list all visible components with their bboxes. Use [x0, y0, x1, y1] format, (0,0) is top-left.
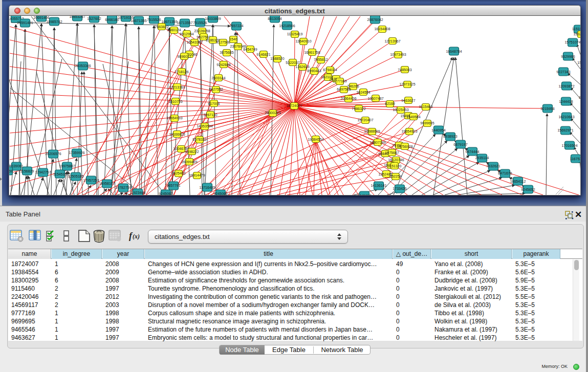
svg-text:10654112: 10654112 [510, 180, 526, 183]
svg-text:1244418: 1244418 [559, 100, 573, 103]
svg-text:9242848: 9242848 [216, 63, 230, 67]
svg-text:17016504: 17016504 [561, 144, 577, 147]
svg-text:8471676: 8471676 [498, 171, 512, 175]
svg-text:19654923: 19654923 [401, 129, 417, 133]
svg-text:7515526: 7515526 [193, 21, 207, 25]
svg-text:16782759: 16782759 [115, 186, 131, 189]
svg-text:18724007: 18724007 [286, 104, 302, 107]
svg-text:8227543: 8227543 [579, 96, 581, 99]
svg-text:9115460: 9115460 [419, 105, 433, 108]
svg-text:417006: 417006 [208, 102, 220, 105]
svg-text:1154519: 1154519 [53, 172, 67, 176]
svg-text:9474444: 9474444 [465, 150, 479, 154]
svg-text:19166825: 19166825 [169, 133, 185, 136]
svg-text:1521850: 1521850 [577, 61, 581, 64]
svg-text:19756928: 19756928 [397, 145, 412, 148]
svg-text:7955812: 7955812 [314, 58, 328, 61]
svg-text:9699695: 9699695 [420, 121, 434, 125]
svg-text:6794024: 6794024 [323, 68, 337, 72]
svg-text:1151320: 1151320 [388, 164, 402, 168]
svg-text:15692971: 15692971 [557, 128, 573, 132]
svg-text:5322037: 5322037 [286, 61, 299, 64]
svg-text:9896012: 9896012 [177, 55, 191, 58]
svg-text:19384554: 19384554 [308, 138, 323, 141]
svg-text:252254: 252254 [389, 174, 401, 178]
svg-text:12505185: 12505185 [68, 174, 83, 178]
svg-text:7625402: 7625402 [171, 171, 185, 175]
svg-text:28053346: 28053346 [75, 64, 91, 68]
svg-text:1362615: 1362615 [295, 65, 309, 69]
svg-text:8427552: 8427552 [209, 87, 223, 91]
svg-text:6879197: 6879197 [453, 143, 467, 146]
svg-text:1610755: 1610755 [168, 100, 182, 103]
svg-text:9245652: 9245652 [521, 188, 535, 191]
svg-text:116753: 116753 [570, 157, 581, 161]
svg-text:3624554: 3624554 [356, 91, 370, 94]
svg-text:1527602: 1527602 [87, 17, 101, 20]
svg-text:9660124: 9660124 [167, 28, 181, 32]
svg-text:2718126: 2718126 [175, 70, 188, 74]
svg-text:10853267: 10853267 [69, 16, 85, 18]
svg-text:8813054: 8813054 [268, 17, 281, 20]
svg-text:15751074: 15751074 [564, 40, 580, 44]
svg-text:14353594: 14353594 [197, 124, 212, 128]
svg-text:3875685: 3875685 [220, 51, 233, 54]
svg-text:10688609: 10688609 [364, 129, 380, 133]
svg-text:62160: 62160 [385, 102, 395, 105]
svg-text:8578332: 8578332 [192, 138, 206, 141]
svg-text:16120746: 16120746 [388, 158, 404, 162]
svg-text:13640910: 13640910 [295, 39, 311, 43]
svg-text:12973125: 12973125 [399, 82, 415, 86]
svg-text:4498222: 4498222 [185, 150, 199, 154]
svg-text:19975887: 19975887 [59, 164, 75, 168]
svg-text:16961758: 16961758 [304, 51, 320, 54]
svg-text:16154808: 16154808 [374, 27, 390, 31]
svg-text:20691406: 20691406 [33, 16, 49, 19]
svg-text:(x): (x) [133, 233, 140, 240]
svg-text:17957253: 17957253 [83, 179, 99, 182]
svg-text:16713557: 16713557 [177, 21, 192, 25]
svg-text:19654933: 19654933 [166, 116, 182, 120]
svg-text:16914479: 16914479 [189, 173, 205, 177]
svg-text:1975667: 1975667 [385, 151, 399, 155]
svg-text:16958107: 16958107 [99, 182, 115, 185]
svg-text:10025453: 10025453 [393, 108, 408, 112]
svg-text:20876042: 20876042 [367, 18, 383, 21]
svg-text:17359926: 17359926 [69, 151, 84, 155]
svg-text:2935114: 2935114 [475, 156, 489, 160]
svg-text:3267130: 3267130 [203, 113, 217, 117]
svg-text:12093872: 12093872 [558, 84, 574, 88]
svg-text:12213369: 12213369 [169, 85, 185, 89]
svg-text:1733426: 1733426 [393, 187, 406, 190]
svg-text:20206576: 20206576 [45, 152, 61, 156]
svg-text:14136141: 14136141 [371, 184, 386, 187]
svg-text:9777169: 9777169 [333, 79, 346, 83]
svg-text:11325419: 11325419 [287, 32, 303, 36]
svg-text:16543362: 16543362 [186, 40, 202, 44]
svg-text:20591401: 20591401 [17, 21, 33, 25]
svg-text:8938923: 8938923 [443, 135, 457, 138]
svg-text:20364436: 20364436 [340, 97, 356, 100]
svg-text:16033809: 16033809 [205, 17, 221, 20]
svg-text:7632621: 7632621 [486, 164, 500, 168]
svg-text:1549584: 1549584 [406, 115, 420, 119]
svg-text:9245652: 9245652 [357, 194, 371, 195]
svg-text:1156829: 1156829 [20, 169, 34, 173]
svg-text:13716485: 13716485 [199, 186, 215, 189]
svg-text:19218506: 19218506 [279, 24, 295, 28]
svg-text:12213967: 12213967 [384, 39, 400, 43]
svg-text:18807249: 18807249 [369, 141, 385, 144]
svg-text:6497568: 6497568 [337, 87, 351, 91]
svg-text:1593051: 1593051 [9, 163, 10, 167]
svg-text:16210643: 16210643 [558, 115, 574, 119]
svg-text:1546: 1546 [229, 37, 237, 41]
svg-text:10607487: 10607487 [367, 97, 383, 100]
svg-text:7485003: 7485003 [398, 68, 411, 72]
svg-text:7515526: 7515526 [147, 18, 161, 21]
svg-text:23226058: 23226058 [194, 29, 210, 33]
svg-text:3215958: 3215958 [540, 107, 554, 111]
svg-text:9127508: 9127508 [216, 40, 230, 44]
svg-text:1588520: 1588520 [270, 57, 284, 60]
svg-text:16648784: 16648784 [446, 50, 462, 53]
svg-text:8990443: 8990443 [307, 69, 321, 73]
